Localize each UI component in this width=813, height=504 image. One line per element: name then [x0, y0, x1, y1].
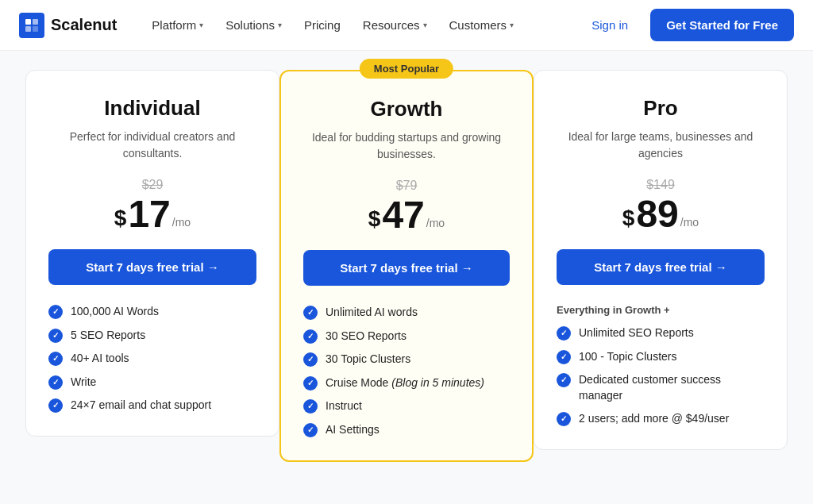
price-row-pro: $ 89 /mo: [557, 195, 765, 233]
nav-item-customers[interactable]: Customers ▾: [440, 12, 524, 38]
check-icon: [48, 305, 63, 319]
check-icon: [303, 306, 318, 320]
feature-item: Unlimited AI words: [303, 305, 510, 321]
feature-item: 30 Topic Clusters: [303, 352, 510, 367]
feature-item: Cruise Mode (Blog in 5 minutes): [303, 375, 510, 391]
feature-item: 5 SEO Reports: [48, 328, 256, 344]
feature-item: 40+ AI tools: [48, 351, 256, 367]
check-icon: [48, 398, 63, 413]
logo[interactable]: Scalenut: [19, 13, 117, 38]
features-list-pro: Unlimited SEO Reports 100 - Topic Cluste…: [557, 325, 765, 427]
feature-item: Write: [48, 375, 256, 391]
logo-text: Scalenut: [51, 16, 117, 34]
chevron-down-icon: ▾: [199, 21, 203, 29]
nav-item-solutions[interactable]: Solutions ▾: [216, 12, 291, 38]
price-original-growth: $79: [303, 179, 510, 193]
nav-links: Platform ▾ Solutions ▾ Pricing Resources…: [142, 12, 582, 38]
feature-item: 100,000 AI Words: [48, 304, 256, 320]
svg-rect-2: [25, 26, 31, 32]
check-icon: [303, 399, 318, 414]
price-row-growth: $ 47 /mo: [303, 196, 510, 234]
svg-rect-3: [33, 26, 38, 32]
get-started-button[interactable]: Get Started for Free: [650, 9, 794, 41]
check-icon: [303, 376, 318, 391]
feature-item: 24×7 email and chat support: [48, 398, 256, 414]
feature-item: 2 users; add more @ $49/user: [557, 411, 765, 427]
check-icon: [48, 375, 63, 390]
price-currency-growth: $: [368, 203, 381, 234]
plan-card-growth: Most Popular Growth Ideal for budding st…: [279, 70, 534, 462]
pricing-section: Individual Perfect for individual creato…: [0, 51, 813, 504]
price-currency-individual: $: [114, 202, 127, 233]
plan-name-growth: Growth: [303, 97, 510, 121]
check-icon: [557, 412, 571, 426]
check-icon: [303, 329, 318, 344]
price-row-individual: $ 17 /mo: [48, 195, 256, 233]
nav-item-platform[interactable]: Platform ▾: [142, 12, 213, 38]
everything-plus-label: Everything in Growth +: [557, 304, 765, 316]
price-mo-pro: /mo: [680, 216, 699, 229]
navbar: Scalenut Platform ▾ Solutions ▾ Pricing …: [0, 0, 813, 51]
svg-rect-0: [25, 19, 31, 25]
check-icon: [557, 350, 571, 364]
feature-item: 100 - Topic Clusters: [557, 349, 765, 365]
chevron-down-icon: ▾: [510, 21, 514, 29]
signin-button[interactable]: Sign in: [582, 12, 638, 38]
price-original-pro: $149: [557, 178, 765, 192]
check-icon: [48, 352, 63, 366]
features-list-growth: Unlimited AI words 30 SEO Reports 30 Top…: [303, 305, 510, 438]
price-mo-individual: /mo: [172, 216, 191, 229]
price-mo-growth: /mo: [426, 217, 445, 229]
plan-desc-individual: Perfect for individual creators and cons…: [48, 129, 256, 162]
feature-item: Dedicated customer success manager: [557, 372, 765, 403]
chevron-down-icon: ▾: [423, 21, 427, 29]
logo-icon: [19, 13, 44, 38]
plan-name-pro: Pro: [557, 96, 765, 121]
popular-badge: Most Popular: [360, 59, 453, 79]
check-icon: [303, 423, 318, 437]
feature-item: AI Settings: [303, 422, 510, 438]
price-value-pro: 89: [636, 195, 678, 233]
plan-desc-pro: Ideal for large teams, businesses and ag…: [557, 129, 765, 162]
price-value-individual: 17: [128, 195, 170, 233]
feature-item: 30 SEO Reports: [303, 329, 510, 344]
plan-desc-growth: Ideal for budding startups and growing b…: [303, 129, 510, 163]
plan-card-individual: Individual Perfect for individual creato…: [25, 70, 279, 437]
features-list-individual: 100,000 AI Words 5 SEO Reports 40+ AI to…: [48, 304, 256, 414]
feature-item: Unlimited SEO Reports: [557, 325, 765, 341]
check-icon: [557, 373, 571, 387]
svg-rect-1: [33, 19, 38, 25]
check-icon: [303, 352, 318, 367]
plan-card-pro: Pro Ideal for large teams, businesses an…: [534, 70, 788, 450]
check-icon: [48, 329, 63, 343]
check-icon: [557, 326, 571, 340]
chevron-down-icon: ▾: [278, 21, 282, 29]
price-value-growth: 47: [382, 196, 424, 234]
nav-right: Sign in Get Started for Free: [582, 9, 794, 41]
price-original-individual: $29: [48, 178, 256, 192]
nav-item-resources[interactable]: Resources ▾: [353, 12, 437, 38]
trial-button-pro[interactable]: Start 7 days free trial →: [557, 249, 765, 285]
trial-button-growth[interactable]: Start 7 days free trial →: [303, 250, 510, 286]
plan-name-individual: Individual: [48, 96, 256, 121]
nav-item-pricing[interactable]: Pricing: [295, 12, 350, 38]
trial-button-individual[interactable]: Start 7 days free trial →: [48, 249, 256, 285]
price-currency-pro: $: [622, 202, 635, 233]
feature-item: Instruct: [303, 398, 510, 414]
